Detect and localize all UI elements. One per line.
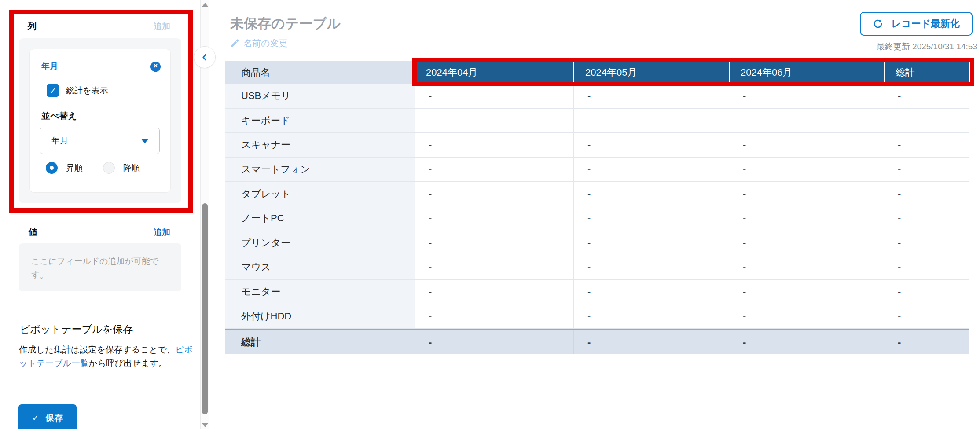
value-cell: - — [884, 255, 969, 279]
page-title: 未保存のテーブル — [230, 15, 341, 33]
row-label-cell: プリンター — [225, 231, 415, 255]
value-cell: - — [415, 255, 573, 279]
value-cell: - — [884, 182, 969, 206]
values-section-title: 値 — [29, 226, 37, 238]
value-cell: - — [415, 304, 573, 328]
show-total-option[interactable]: ✓ 総計を表示 — [47, 84, 108, 97]
value-cell: - — [573, 304, 729, 328]
column-header-cell: 総計 — [884, 61, 969, 84]
value-cell: - — [573, 133, 729, 157]
row-label-cell: タブレット — [225, 182, 415, 206]
refresh-icon — [873, 18, 883, 29]
columns-section-header: 列 追加 — [28, 20, 170, 32]
total-value-cell: - — [415, 330, 573, 354]
rename-label: 名前の変更 — [243, 37, 287, 49]
pivot-preview-area: 未保存のテーブル 名前の変更 レコード最新化 最終更新 2025/10/31 1… — [209, 0, 980, 429]
scroll-down-arrow-icon[interactable] — [202, 423, 208, 427]
value-cell: - — [729, 255, 884, 279]
rename-table-button[interactable]: 名前の変更 — [230, 37, 287, 49]
radio-unselected-icon — [103, 162, 115, 174]
value-cell: - — [729, 280, 884, 304]
row-label-cell: スマートフォン — [225, 158, 415, 182]
sort-asc-option[interactable]: 昇順 — [46, 162, 83, 174]
value-cell: - — [415, 133, 573, 157]
show-total-label: 総計を表示 — [66, 85, 108, 96]
refresh-records-button[interactable]: レコード最新化 — [860, 12, 973, 36]
pencil-icon — [230, 39, 239, 48]
column-field-group: 年月 × ✓ 総計を表示 並べ替え 年月 昇順 — [19, 38, 181, 203]
values-add-button[interactable]: 追加 — [154, 227, 170, 238]
table-row: キーボード---- — [225, 109, 969, 133]
checkbox-checked-icon[interactable]: ✓ — [47, 84, 59, 97]
value-cell: - — [729, 133, 884, 157]
table-row: マウス---- — [225, 255, 969, 280]
value-cell: - — [415, 231, 573, 255]
sort-label: 並べ替え — [41, 110, 77, 122]
table-body: USBメモリ----キーボード----スキャナー----スマートフォン----タ… — [225, 84, 969, 329]
save-section-title: ピボットテーブルを保存 — [20, 323, 133, 336]
table-header-row: 商品名 2024年04月2024年05月2024年06月総計 — [225, 61, 969, 84]
pivot-table-builder: 列 追加 年月 × ✓ 総計を表示 並べ替え 年月 — [0, 0, 980, 429]
row-label-cell: USBメモリ — [225, 84, 415, 108]
value-cell: - — [729, 109, 884, 133]
value-cell: - — [573, 255, 729, 279]
save-button[interactable]: ✓ 保存 — [18, 404, 77, 429]
value-cell: - — [884, 133, 969, 157]
value-cell: - — [729, 158, 884, 182]
row-header-cell: 商品名 — [225, 61, 415, 84]
table-row: プリンター---- — [225, 231, 969, 256]
value-cell: - — [573, 84, 729, 108]
sort-field-selected-value: 年月 — [51, 135, 68, 147]
total-value-cell: - — [729, 330, 884, 354]
collapse-sidebar-button[interactable] — [194, 46, 216, 68]
settings-sidebar: 列 追加 年月 × ✓ 総計を表示 並べ替え 年月 — [0, 0, 200, 429]
table-row: ノートPC---- — [225, 206, 969, 231]
table-total-row: 総計---- — [225, 329, 969, 354]
table-row: タブレット---- — [225, 182, 969, 206]
values-drop-placeholder: ここにフィールドの追加が可能です。 — [19, 243, 181, 291]
value-cell: - — [884, 158, 969, 182]
sort-order-options: 昇順 降順 — [46, 162, 140, 174]
value-cell: - — [573, 182, 729, 206]
value-cell: - — [884, 84, 969, 108]
sort-field-select[interactable]: 年月 — [40, 128, 160, 154]
value-cell: - — [884, 109, 969, 133]
value-cell: - — [415, 206, 573, 231]
total-row-label-cell: 総計 — [225, 330, 415, 354]
value-cell: - — [729, 231, 884, 255]
scrollbar-thumb[interactable] — [202, 203, 208, 414]
column-field-name: 年月 — [41, 61, 58, 72]
close-icon: × — [154, 62, 158, 70]
value-cell: - — [415, 158, 573, 182]
value-cell: - — [884, 280, 969, 304]
columns-add-button[interactable]: 追加 — [154, 21, 170, 32]
value-cell: - — [729, 304, 884, 328]
total-value-cell: - — [573, 330, 729, 354]
value-cell: - — [573, 206, 729, 231]
save-description-text: 作成した集計は設定を保存することで、 — [19, 345, 175, 354]
value-cell: - — [415, 84, 573, 108]
value-cell: - — [884, 304, 969, 328]
column-field-card: 年月 × ✓ 総計を表示 並べ替え 年月 昇順 — [29, 49, 171, 193]
remove-field-button[interactable]: × — [150, 62, 161, 72]
chevron-down-icon — [141, 139, 149, 143]
value-cell: - — [884, 231, 969, 255]
value-cell: - — [729, 182, 884, 206]
last-updated-text: 最終更新 2025/10/31 14:53 — [877, 41, 977, 52]
scroll-up-arrow-icon[interactable] — [202, 3, 208, 7]
value-cell: - — [415, 280, 573, 304]
row-label-cell: キーボード — [225, 109, 415, 133]
value-cell: - — [573, 158, 729, 182]
value-cell: - — [415, 109, 573, 133]
value-cell: - — [729, 84, 884, 108]
value-cell: - — [415, 182, 573, 206]
table-row: スキャナー---- — [225, 133, 969, 158]
row-label-cell: スキャナー — [225, 133, 415, 157]
save-description: 作成した集計は設定を保存することで、ピボットテーブル一覧から呼び出せます。 — [19, 343, 194, 370]
value-cell: - — [729, 206, 884, 231]
save-description-text: から呼び出せます。 — [88, 358, 167, 368]
check-icon: ✓ — [49, 86, 56, 96]
sort-desc-option[interactable]: 降順 — [103, 162, 140, 174]
row-label-cell: マウス — [225, 255, 415, 279]
field-row: 年月 × — [41, 61, 161, 72]
